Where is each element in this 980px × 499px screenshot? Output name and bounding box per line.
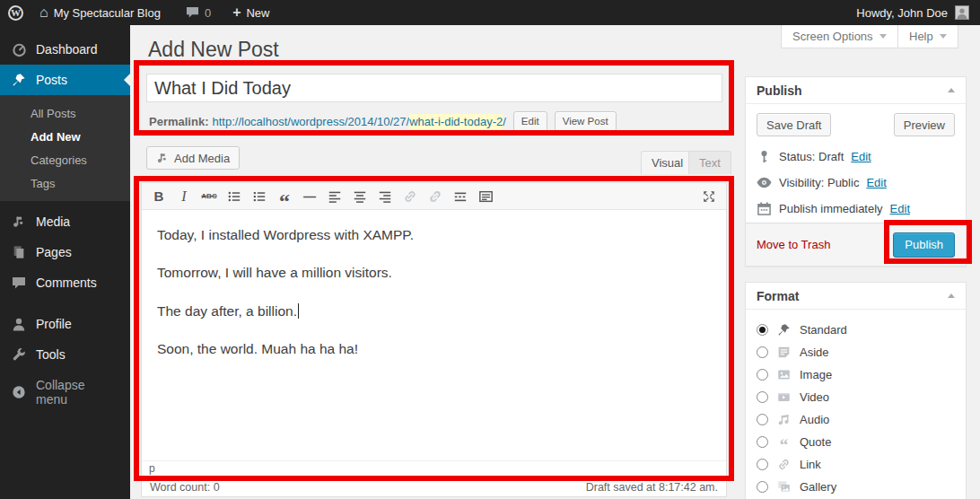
distraction-free-button[interactable]	[697, 186, 721, 207]
format-link-icon	[776, 458, 792, 471]
radio-image[interactable]	[757, 369, 768, 381]
format-option-quote[interactable]: “ Quote	[757, 431, 955, 453]
format-option-aside[interactable]: Aside	[757, 341, 955, 363]
schedule-text: Publish immediately	[779, 202, 883, 215]
sidebar-item-tools[interactable]: Tools	[0, 339, 130, 370]
strikethrough-button[interactable]: ABC	[197, 186, 221, 207]
collapse-toggle-icon[interactable]	[948, 84, 955, 92]
howdy-account-link[interactable]: Howdy, John Doe	[856, 6, 948, 20]
radio-link[interactable]	[757, 459, 768, 470]
remove-link-button[interactable]	[424, 186, 447, 207]
sidebar-label-profile: Profile	[36, 317, 72, 331]
collapse-arrow-icon	[11, 384, 27, 400]
publish-metabox: Publish Save Draft Preview Status: Draft…	[745, 76, 967, 267]
bold-button[interactable]: B	[147, 186, 171, 207]
move-to-trash-link[interactable]: Move to Trash	[757, 238, 830, 251]
numbered-list-button[interactable]	[248, 186, 271, 207]
sidebar-item-dashboard[interactable]: Dashboard	[0, 34, 130, 65]
format-option-link[interactable]: Link	[757, 453, 955, 476]
read-more-tag-button[interactable]	[449, 186, 472, 207]
format-metabox: Format Standard Aside	[745, 282, 967, 499]
horizontal-rule-button[interactable]: —	[298, 186, 321, 207]
screen-options-tab[interactable]: Screen Options	[781, 25, 898, 48]
format-option-image[interactable]: Image	[757, 363, 955, 386]
edit-status-link[interactable]: Edit	[851, 150, 871, 163]
publish-button[interactable]: Publish	[893, 232, 955, 258]
post-title-input[interactable]	[146, 74, 722, 102]
sidebar-label-tools: Tools	[36, 347, 66, 362]
add-media-button[interactable]: Add Media	[146, 146, 240, 170]
align-right-button[interactable]	[373, 186, 397, 207]
align-center-button[interactable]	[348, 186, 372, 207]
publish-metabox-header[interactable]: Publish	[746, 77, 966, 104]
format-label: Audio	[800, 413, 829, 426]
site-name-link[interactable]: ⌂ My Spectacular Blog	[31, 0, 169, 25]
format-option-standard[interactable]: Standard	[757, 319, 955, 341]
format-metabox-header[interactable]: Format	[746, 283, 966, 310]
collapse-menu-button[interactable]: Collapse menu	[0, 377, 130, 407]
sidebar-item-media[interactable]: Media	[0, 206, 130, 237]
calendar-icon	[757, 202, 772, 215]
toolbar-toggle-button[interactable]	[474, 186, 497, 207]
new-content-menu[interactable]: + New	[224, 0, 277, 25]
edit-schedule-link[interactable]: Edit	[890, 202, 910, 215]
sidebar-item-pages[interactable]: Pages	[0, 237, 130, 267]
wordpress-logo-menu[interactable]: W	[0, 0, 31, 25]
sidebar-item-posts[interactable]: Posts	[0, 65, 130, 95]
radio-gallery[interactable]	[757, 481, 768, 493]
bulleted-list-button[interactable]	[223, 186, 246, 207]
admin-bar: W ⌂ My Spectacular Blog 0 + New Howdy, J…	[0, 0, 980, 25]
chevron-down-icon	[940, 34, 947, 42]
help-label: Help	[909, 30, 933, 43]
comments-admin-bar-link[interactable]: 0	[178, 0, 219, 25]
post-editor: B I ABC “ —	[141, 182, 727, 497]
save-draft-button[interactable]: Save Draft	[757, 113, 831, 136]
radio-standard[interactable]	[757, 324, 768, 336]
menu-separator	[0, 298, 130, 309]
tab-text[interactable]: Text	[688, 151, 731, 174]
format-gallery-icon	[776, 480, 792, 494]
radio-quote[interactable]	[757, 436, 768, 448]
italic-button[interactable]: I	[172, 186, 196, 207]
radio-aside[interactable]	[757, 346, 768, 358]
permalink-url: http://localhost/wordpress/2014/10/27/wh…	[212, 115, 505, 128]
wordpress-admin-page: W ⌂ My Spectacular Blog 0 + New Howdy, J…	[0, 0, 980, 499]
format-box-title: Format	[757, 289, 799, 303]
sidebar-label-posts: Posts	[36, 73, 67, 87]
format-option-gallery[interactable]: Gallery	[757, 476, 955, 498]
sidebar-item-tags[interactable]: Tags	[0, 171, 130, 195]
sidebar-item-all-posts[interactable]: All Posts	[0, 101, 130, 125]
avatar[interactable]	[955, 5, 969, 20]
editor-paragraph: Today, I installed Wordpress with XAMPP.	[157, 225, 711, 245]
format-label: Aside	[800, 346, 829, 359]
help-tab[interactable]: Help	[897, 25, 958, 48]
format-option-video[interactable]: Video	[757, 386, 955, 408]
edit-permalink-button[interactable]: Edit	[513, 111, 547, 132]
plus-icon: +	[232, 4, 241, 21]
editor-element-path[interactable]: p	[142, 460, 726, 477]
align-left-button[interactable]	[323, 186, 346, 207]
collapse-toggle-icon[interactable]	[948, 290, 955, 298]
format-option-audio[interactable]: Audio	[757, 408, 955, 431]
blockquote-button[interactable]: “	[273, 186, 296, 207]
status-text: Status: Draft	[779, 150, 844, 163]
editor-content-area[interactable]: Today, I installed Wordpress with XAMPP.…	[142, 210, 726, 460]
view-post-button[interactable]: View Post	[555, 111, 617, 132]
format-label: Image	[800, 368, 832, 381]
radio-audio[interactable]	[757, 414, 768, 425]
editor-paragraph: Soon, the world. Muah ha ha ha!	[157, 339, 711, 359]
edit-visibility-link[interactable]: Edit	[866, 176, 886, 189]
sidebar-item-categories[interactable]: Categories	[0, 148, 130, 171]
format-standard-icon	[776, 323, 792, 337]
radio-video[interactable]	[757, 391, 768, 403]
sidebar-item-comments[interactable]: Comments	[0, 267, 130, 298]
sidebar-item-profile[interactable]: Profile	[0, 309, 130, 339]
schedule-row: Publish immediately Edit	[746, 196, 966, 222]
insert-link-button[interactable]	[398, 186, 422, 207]
tab-visual[interactable]: Visual	[641, 151, 694, 174]
minor-publishing-actions: Save Draft Preview	[746, 104, 966, 144]
sidebar-item-add-new[interactable]: Add New	[0, 125, 130, 148]
format-aside-icon	[776, 346, 792, 359]
permalink-slug: what-i-did-today-2	[409, 114, 503, 129]
preview-button[interactable]: Preview	[894, 113, 955, 136]
